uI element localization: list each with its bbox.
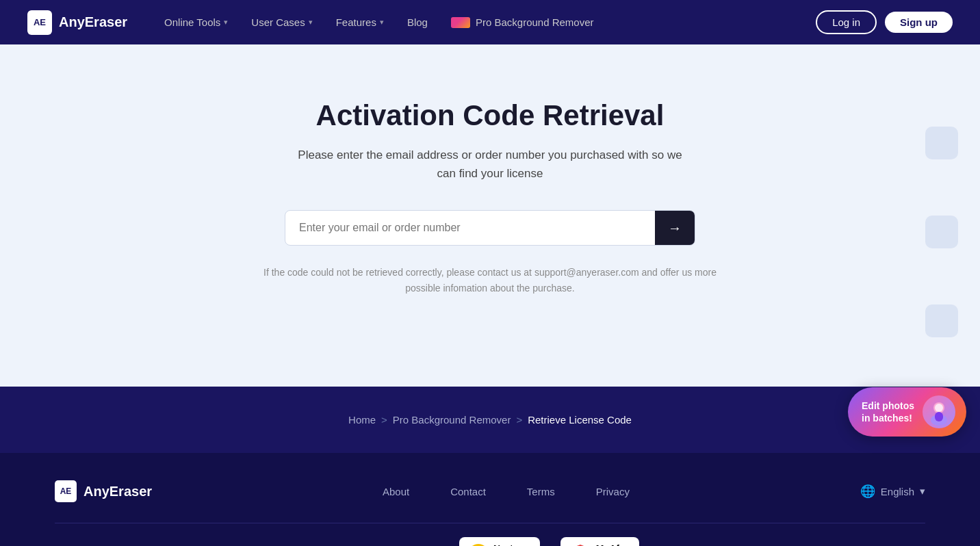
footer: AE AnyEraser About Contact Terms Privacy… <box>0 453 980 546</box>
norton-name: Norton <box>493 543 530 546</box>
email-order-input[interactable] <box>285 211 655 245</box>
floating-cta-avatar <box>923 395 955 428</box>
footer-link-terms[interactable]: Terms <box>527 486 555 497</box>
footer-link-privacy[interactable]: Privacy <box>596 486 630 497</box>
login-button[interactable]: Log in <box>816 10 877 34</box>
breadcrumb-current: Retrieve License Code <box>528 414 632 426</box>
avatar-illustration <box>925 398 953 426</box>
nav-links: Online Tools ▾ User Cases ▾ Features ▾ B… <box>155 11 816 34</box>
footer-logo-text: AnyEraser <box>83 484 152 499</box>
footer-logo[interactable]: AE AnyEraser <box>55 480 152 502</box>
nav-pro-background-remover[interactable]: Pro Background Remover <box>441 11 604 34</box>
arrow-right-icon: → <box>668 220 682 236</box>
main-content: Activation Code Retrieval Please enter t… <box>0 44 980 387</box>
search-row: → <box>285 210 695 246</box>
floating-cta-text: Edit photos in batches! <box>862 400 914 424</box>
footer-link-contact[interactable]: Contact <box>450 486 486 497</box>
search-submit-button[interactable]: → <box>655 211 695 245</box>
breadcrumb: Home > Pro Background Remover > Retrieve… <box>321 398 659 442</box>
footer-language-selector[interactable]: 🌐 English ▾ <box>860 484 925 499</box>
chevron-down-icon: ▾ <box>380 18 384 27</box>
footer-bottom: © 2024 AnyEraser.com ✓ Norton SECURED M … <box>55 523 925 546</box>
footer-link-about[interactable]: About <box>383 486 409 497</box>
footer-top: AE AnyEraser About Contact Terms Privacy… <box>55 480 925 502</box>
page-title: Activation Code Retrieval <box>316 99 665 132</box>
breadcrumb-pro-background-remover[interactable]: Pro Background Remover <box>393 414 511 426</box>
nav-blog[interactable]: Blog <box>398 11 437 34</box>
chevron-down-icon: ▾ <box>224 18 228 27</box>
mcafee-name: McAfee <box>596 543 630 546</box>
pro-icon <box>451 17 470 28</box>
chevron-down-icon: ▾ <box>920 485 925 497</box>
nav-auth-buttons: Log in Sign up <box>816 10 953 34</box>
nav-features[interactable]: Features ▾ <box>326 11 394 34</box>
mcafee-badge: M McAfee SECURE <box>560 537 640 546</box>
decorative-badge-3 <box>925 304 958 337</box>
help-text: If the code could not be retrieved corre… <box>257 265 723 296</box>
decorative-badge-1 <box>925 127 958 159</box>
signup-button[interactable]: Sign up <box>885 12 953 33</box>
svg-point-3 <box>935 404 943 412</box>
footer-links: About Contact Terms Privacy <box>383 486 630 497</box>
svg-rect-4 <box>935 412 943 421</box>
decorative-badge-2 <box>925 216 958 248</box>
nav-user-cases[interactable]: User Cases ▾ <box>242 11 322 34</box>
breadcrumb-sep-2: > <box>516 414 522 426</box>
floating-cta-button[interactable]: Edit photos in batches! <box>848 387 966 437</box>
logo[interactable]: AE AnyEraser <box>27 10 127 35</box>
nav-online-tools[interactable]: Online Tools ▾ <box>155 11 237 34</box>
footer-logo-icon: AE <box>55 480 77 502</box>
logo-icon: AE <box>27 10 52 35</box>
navbar: AE AnyEraser Online Tools ▾ User Cases ▾… <box>0 0 980 44</box>
chevron-down-icon: ▾ <box>309 18 313 27</box>
breadcrumb-bar: Home > Pro Background Remover > Retrieve… <box>0 387 980 453</box>
logo-text: AnyEraser <box>59 14 127 30</box>
norton-badge: ✓ Norton SECURED <box>459 537 540 546</box>
footer-lang-label: English <box>881 486 914 497</box>
main-wrapper: Activation Code Retrieval Please enter t… <box>0 44 980 387</box>
globe-icon: 🌐 <box>860 484 875 499</box>
mcafee-shield-icon: M <box>570 543 591 546</box>
breadcrumb-sep-1: > <box>381 414 387 426</box>
breadcrumb-home[interactable]: Home <box>348 414 376 426</box>
page-subtitle: Please enter the email address or order … <box>298 146 682 183</box>
